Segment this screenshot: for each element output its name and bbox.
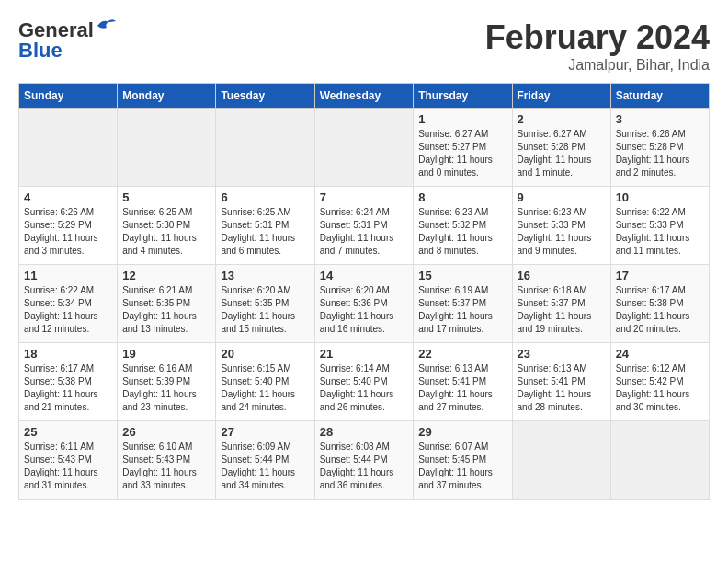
- day-number: 2: [518, 112, 606, 126]
- day-number: 17: [616, 269, 704, 282]
- calendar-table: SundayMondayTuesdayWednesdayThursdayFrid…: [18, 83, 710, 500]
- day-number: 20: [221, 347, 309, 361]
- calendar-cell: [610, 421, 709, 500]
- logo-bird-icon: [96, 17, 116, 35]
- calendar-cell: 16Sunrise: 6:18 AMSunset: 5:37 PMDayligh…: [512, 265, 610, 343]
- day-info: Sunrise: 6:23 AMSunset: 5:32 PMDaylight:…: [418, 206, 506, 258]
- day-number: 18: [24, 347, 112, 361]
- day-number: 25: [24, 425, 112, 439]
- month-title: February 2024: [485, 18, 710, 57]
- day-info: Sunrise: 6:17 AMSunset: 5:38 PMDaylight:…: [616, 284, 704, 336]
- calendar-cell: 17Sunrise: 6:17 AMSunset: 5:38 PMDayligh…: [610, 265, 709, 343]
- calendar-cell: 1Sunrise: 6:27 AMSunset: 5:27 PMDaylight…: [414, 109, 512, 187]
- calendar-cell: 11Sunrise: 6:22 AMSunset: 5:34 PMDayligh…: [19, 265, 118, 343]
- calendar-cell: 27Sunrise: 6:09 AMSunset: 5:44 PMDayligh…: [216, 421, 314, 500]
- calendar-body: 1Sunrise: 6:27 AMSunset: 5:27 PMDaylight…: [19, 109, 710, 500]
- day-number: 21: [320, 347, 409, 361]
- location: Jamalpur, Bihar, India: [485, 57, 710, 74]
- page-header: General Blue February 2024 Jamalpur, Bih…: [18, 18, 710, 74]
- calendar-cell: 23Sunrise: 6:13 AMSunset: 5:41 PMDayligh…: [512, 343, 610, 421]
- day-number: 19: [122, 347, 210, 361]
- day-info: Sunrise: 6:07 AMSunset: 5:45 PMDaylight:…: [418, 441, 506, 492]
- day-info: Sunrise: 6:16 AMSunset: 5:39 PMDaylight:…: [122, 362, 210, 414]
- calendar-cell: 21Sunrise: 6:14 AMSunset: 5:40 PMDayligh…: [314, 343, 414, 421]
- day-info: Sunrise: 6:11 AMSunset: 5:43 PMDaylight:…: [24, 441, 112, 492]
- day-info: Sunrise: 6:20 AMSunset: 5:36 PMDaylight:…: [320, 284, 409, 336]
- day-info: Sunrise: 6:13 AMSunset: 5:41 PMDaylight:…: [418, 362, 506, 414]
- day-info: Sunrise: 6:25 AMSunset: 5:30 PMDaylight:…: [122, 206, 210, 258]
- day-info: Sunrise: 6:19 AMSunset: 5:37 PMDaylight:…: [418, 284, 506, 336]
- day-info: Sunrise: 6:26 AMSunset: 5:29 PMDaylight:…: [24, 206, 112, 258]
- calendar-cell: 28Sunrise: 6:08 AMSunset: 5:44 PMDayligh…: [314, 421, 414, 500]
- day-info: Sunrise: 6:14 AMSunset: 5:40 PMDaylight:…: [320, 362, 409, 414]
- day-number: 9: [518, 190, 606, 204]
- calendar-cell: 4Sunrise: 6:26 AMSunset: 5:29 PMDaylight…: [19, 187, 118, 265]
- day-number: 15: [418, 269, 506, 282]
- calendar-cell: 26Sunrise: 6:10 AMSunset: 5:43 PMDayligh…: [118, 421, 216, 500]
- weekday-header-monday: Monday: [118, 84, 216, 109]
- weekday-header-thursday: Thursday: [414, 84, 512, 109]
- day-info: Sunrise: 6:21 AMSunset: 5:35 PMDaylight:…: [122, 284, 210, 336]
- calendar-cell: 20Sunrise: 6:15 AMSunset: 5:40 PMDayligh…: [216, 343, 314, 421]
- day-number: 16: [518, 269, 606, 282]
- calendar-cell: 22Sunrise: 6:13 AMSunset: 5:41 PMDayligh…: [414, 343, 512, 421]
- day-info: Sunrise: 6:13 AMSunset: 5:41 PMDaylight:…: [518, 362, 606, 414]
- day-number: 8: [418, 190, 506, 204]
- weekday-header-tuesday: Tuesday: [216, 84, 314, 109]
- day-info: Sunrise: 6:12 AMSunset: 5:42 PMDaylight:…: [616, 362, 704, 414]
- day-info: Sunrise: 6:27 AMSunset: 5:28 PMDaylight:…: [518, 128, 606, 179]
- calendar-cell: 7Sunrise: 6:24 AMSunset: 5:31 PMDaylight…: [314, 187, 414, 265]
- day-number: 28: [320, 425, 409, 439]
- calendar-header-row: SundayMondayTuesdayWednesdayThursdayFrid…: [19, 84, 710, 109]
- day-info: Sunrise: 6:20 AMSunset: 5:35 PMDaylight:…: [221, 284, 309, 336]
- day-number: 7: [320, 190, 409, 204]
- weekday-header-sunday: Sunday: [19, 84, 118, 109]
- day-info: Sunrise: 6:17 AMSunset: 5:38 PMDaylight:…: [24, 362, 112, 414]
- day-number: 10: [616, 190, 704, 204]
- calendar-week-4: 18Sunrise: 6:17 AMSunset: 5:38 PMDayligh…: [19, 343, 710, 421]
- day-number: 23: [518, 347, 606, 361]
- day-info: Sunrise: 6:24 AMSunset: 5:31 PMDaylight:…: [320, 206, 409, 258]
- day-info: Sunrise: 6:22 AMSunset: 5:34 PMDaylight:…: [24, 284, 112, 336]
- calendar-cell: 14Sunrise: 6:20 AMSunset: 5:36 PMDayligh…: [314, 265, 414, 343]
- calendar-cell: [19, 109, 118, 187]
- weekday-header-friday: Friday: [512, 84, 610, 109]
- calendar-cell: 13Sunrise: 6:20 AMSunset: 5:35 PMDayligh…: [216, 265, 314, 343]
- day-number: 29: [418, 425, 506, 439]
- day-info: Sunrise: 6:18 AMSunset: 5:37 PMDaylight:…: [518, 284, 606, 336]
- day-info: Sunrise: 6:15 AMSunset: 5:40 PMDaylight:…: [221, 362, 309, 414]
- calendar-cell: 19Sunrise: 6:16 AMSunset: 5:39 PMDayligh…: [118, 343, 216, 421]
- weekday-header-wednesday: Wednesday: [314, 84, 414, 109]
- calendar-cell: 25Sunrise: 6:11 AMSunset: 5:43 PMDayligh…: [19, 421, 118, 500]
- day-number: 14: [320, 269, 409, 282]
- logo-blue: Blue: [18, 39, 63, 63]
- day-info: Sunrise: 6:08 AMSunset: 5:44 PMDaylight:…: [320, 441, 409, 492]
- day-number: 11: [24, 269, 112, 282]
- title-block: February 2024 Jamalpur, Bihar, India: [485, 18, 710, 74]
- calendar-cell: 9Sunrise: 6:23 AMSunset: 5:33 PMDaylight…: [512, 187, 610, 265]
- day-number: 24: [616, 347, 704, 361]
- calendar-cell: 6Sunrise: 6:25 AMSunset: 5:31 PMDaylight…: [216, 187, 314, 265]
- calendar-cell: [118, 109, 216, 187]
- day-number: 27: [221, 425, 309, 439]
- calendar-cell: 10Sunrise: 6:22 AMSunset: 5:33 PMDayligh…: [610, 187, 709, 265]
- day-info: Sunrise: 6:09 AMSunset: 5:44 PMDaylight:…: [221, 441, 309, 492]
- logo: General Blue: [18, 18, 116, 63]
- calendar-week-2: 4Sunrise: 6:26 AMSunset: 5:29 PMDaylight…: [19, 187, 710, 265]
- calendar-cell: 29Sunrise: 6:07 AMSunset: 5:45 PMDayligh…: [414, 421, 512, 500]
- day-number: 6: [221, 190, 309, 204]
- calendar-cell: 18Sunrise: 6:17 AMSunset: 5:38 PMDayligh…: [19, 343, 118, 421]
- day-info: Sunrise: 6:26 AMSunset: 5:28 PMDaylight:…: [616, 128, 704, 179]
- day-info: Sunrise: 6:10 AMSunset: 5:43 PMDaylight:…: [122, 441, 210, 492]
- day-number: 22: [418, 347, 506, 361]
- day-info: Sunrise: 6:22 AMSunset: 5:33 PMDaylight:…: [616, 206, 704, 258]
- day-number: 13: [221, 269, 309, 282]
- calendar-week-3: 11Sunrise: 6:22 AMSunset: 5:34 PMDayligh…: [19, 265, 710, 343]
- day-number: 3: [616, 112, 704, 126]
- day-number: 26: [122, 425, 210, 439]
- calendar-cell: 24Sunrise: 6:12 AMSunset: 5:42 PMDayligh…: [610, 343, 709, 421]
- day-info: Sunrise: 6:27 AMSunset: 5:27 PMDaylight:…: [418, 128, 506, 179]
- calendar-cell: [314, 109, 414, 187]
- calendar-cell: 2Sunrise: 6:27 AMSunset: 5:28 PMDaylight…: [512, 109, 610, 187]
- calendar-cell: 5Sunrise: 6:25 AMSunset: 5:30 PMDaylight…: [118, 187, 216, 265]
